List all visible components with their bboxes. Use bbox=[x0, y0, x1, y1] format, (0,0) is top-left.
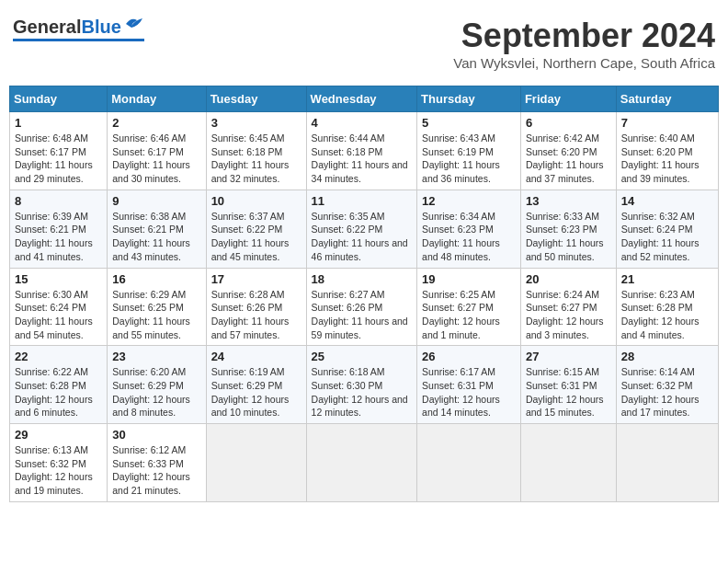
sunrise: Sunrise: 6:24 AM bbox=[526, 289, 599, 300]
daylight: Daylight: 12 hours and 14 minutes. bbox=[422, 394, 500, 419]
table-row: 26 Sunrise: 6:17 AM Sunset: 6:31 PM Dayl… bbox=[417, 346, 521, 424]
day-info: Sunrise: 6:14 AM Sunset: 6:32 PM Dayligh… bbox=[621, 365, 713, 419]
daylight: Daylight: 11 hours and 29 minutes. bbox=[15, 159, 93, 184]
daylight: Daylight: 12 hours and 17 minutes. bbox=[621, 394, 700, 419]
daylight: Daylight: 11 hours and 57 minutes. bbox=[211, 316, 290, 340]
sunset: Sunset: 6:31 PM bbox=[422, 380, 494, 391]
sunrise: Sunrise: 6:20 AM bbox=[112, 366, 186, 377]
day-number: 25 bbox=[312, 350, 413, 363]
daylight: Daylight: 12 hours and 10 minutes. bbox=[211, 394, 290, 419]
logo-underline bbox=[13, 39, 144, 41]
sunset: Sunset: 6:20 PM bbox=[621, 146, 693, 157]
sunrise: Sunrise: 6:45 AM bbox=[211, 132, 285, 144]
table-row bbox=[306, 424, 417, 502]
table-row: 29 Sunrise: 6:13 AM Sunset: 6:32 PM Dayl… bbox=[10, 424, 108, 502]
sunset: Sunset: 6:17 PM bbox=[15, 146, 86, 157]
day-info: Sunrise: 6:43 AM Sunset: 6:19 PM Dayligh… bbox=[422, 132, 516, 186]
sunrise: Sunrise: 6:42 AM bbox=[526, 132, 599, 144]
daylight: Daylight: 11 hours and 32 minutes. bbox=[211, 159, 290, 184]
daylight: Daylight: 11 hours and 30 minutes. bbox=[112, 159, 190, 184]
sunset: Sunset: 6:32 PM bbox=[621, 380, 693, 391]
daylight: Daylight: 12 hours and 21 minutes. bbox=[112, 471, 190, 496]
sunset: Sunset: 6:32 PM bbox=[15, 458, 86, 469]
table-row: 23 Sunrise: 6:20 AM Sunset: 6:29 PM Dayl… bbox=[108, 346, 206, 424]
daylight: Daylight: 11 hours and 48 minutes. bbox=[422, 237, 500, 262]
table-row: 18 Sunrise: 6:27 AM Sunset: 6:26 PM Dayl… bbox=[306, 268, 417, 346]
table-row: 22 Sunrise: 6:22 AM Sunset: 6:28 PM Dayl… bbox=[10, 346, 108, 424]
daylight: Daylight: 12 hours and 8 minutes. bbox=[112, 394, 190, 419]
table-row: 14 Sunrise: 6:32 AM Sunset: 6:24 PM Dayl… bbox=[616, 190, 718, 268]
sunrise: Sunrise: 6:30 AM bbox=[15, 289, 88, 300]
sunrise: Sunrise: 6:35 AM bbox=[312, 211, 385, 222]
daylight: Daylight: 11 hours and 54 minutes. bbox=[15, 316, 93, 340]
day-number: 6 bbox=[526, 116, 611, 130]
sunrise: Sunrise: 6:22 AM bbox=[15, 366, 88, 377]
day-number: 18 bbox=[312, 272, 413, 286]
col-thursday: Thursday bbox=[417, 86, 521, 112]
table-row bbox=[417, 424, 521, 502]
daylight: Daylight: 11 hours and 34 minutes. bbox=[312, 159, 408, 184]
day-number: 28 bbox=[621, 350, 713, 363]
sunrise: Sunrise: 6:19 AM bbox=[211, 366, 285, 377]
calendar-header: Sunday Monday Tuesday Wednesday Thursday… bbox=[10, 86, 719, 112]
table-row: 13 Sunrise: 6:33 AM Sunset: 6:23 PM Dayl… bbox=[520, 190, 616, 268]
sunrise: Sunrise: 6:39 AM bbox=[15, 211, 88, 222]
day-info: Sunrise: 6:23 AM Sunset: 6:28 PM Dayligh… bbox=[621, 288, 713, 342]
day-number: 2 bbox=[112, 116, 200, 130]
table-row: 10 Sunrise: 6:37 AM Sunset: 6:22 PM Dayl… bbox=[206, 190, 306, 268]
day-number: 8 bbox=[15, 194, 102, 208]
daylight: Daylight: 11 hours and 43 minutes. bbox=[112, 237, 190, 262]
day-number: 30 bbox=[112, 428, 200, 442]
sunrise: Sunrise: 6:17 AM bbox=[422, 366, 495, 377]
day-number: 22 bbox=[15, 350, 102, 363]
sunrise: Sunrise: 6:28 AM bbox=[211, 289, 285, 300]
daylight: Daylight: 11 hours and 50 minutes. bbox=[526, 237, 604, 262]
table-row: 15 Sunrise: 6:30 AM Sunset: 6:24 PM Dayl… bbox=[10, 268, 108, 346]
day-number: 9 bbox=[112, 194, 200, 208]
daylight: Daylight: 12 hours and 3 minutes. bbox=[526, 316, 604, 340]
sunrise: Sunrise: 6:13 AM bbox=[15, 444, 88, 455]
sunrise: Sunrise: 6:43 AM bbox=[422, 132, 495, 144]
logo-blue-text: Blue bbox=[81, 17, 120, 38]
day-info: Sunrise: 6:24 AM Sunset: 6:27 PM Dayligh… bbox=[526, 288, 611, 342]
day-number: 19 bbox=[422, 272, 516, 286]
sunrise: Sunrise: 6:44 AM bbox=[312, 132, 385, 144]
day-number: 5 bbox=[422, 116, 516, 130]
daylight: Daylight: 11 hours and 39 minutes. bbox=[621, 159, 700, 184]
daylight: Daylight: 12 hours and 12 minutes. bbox=[312, 394, 408, 419]
day-info: Sunrise: 6:12 AM Sunset: 6:33 PM Dayligh… bbox=[112, 443, 200, 498]
sunrise: Sunrise: 6:18 AM bbox=[312, 366, 385, 377]
col-monday: Monday bbox=[108, 86, 206, 112]
col-wednesday: Wednesday bbox=[306, 86, 417, 112]
day-number: 29 bbox=[15, 428, 102, 442]
sunset: Sunset: 6:29 PM bbox=[112, 380, 184, 391]
sunset: Sunset: 6:17 PM bbox=[112, 146, 184, 157]
table-row: 5 Sunrise: 6:43 AM Sunset: 6:19 PM Dayli… bbox=[417, 112, 521, 190]
sunrise: Sunrise: 6:14 AM bbox=[621, 366, 695, 377]
day-info: Sunrise: 6:46 AM Sunset: 6:17 PM Dayligh… bbox=[112, 132, 200, 186]
table-row: 25 Sunrise: 6:18 AM Sunset: 6:30 PM Dayl… bbox=[306, 346, 417, 424]
page-header: General Blue September 2024 Van Wyksvlei… bbox=[9, 9, 719, 78]
day-info: Sunrise: 6:32 AM Sunset: 6:24 PM Dayligh… bbox=[621, 210, 713, 264]
sunset: Sunset: 6:19 PM bbox=[422, 146, 494, 157]
day-number: 3 bbox=[211, 116, 301, 130]
daylight: Daylight: 11 hours and 45 minutes. bbox=[211, 237, 290, 262]
table-row: 17 Sunrise: 6:28 AM Sunset: 6:26 PM Dayl… bbox=[206, 268, 306, 346]
daylight: Daylight: 12 hours and 19 minutes. bbox=[15, 471, 93, 496]
sunset: Sunset: 6:28 PM bbox=[15, 380, 86, 391]
day-number: 17 bbox=[211, 272, 301, 286]
daylight: Daylight: 12 hours and 6 minutes. bbox=[15, 394, 93, 419]
table-row: 6 Sunrise: 6:42 AM Sunset: 6:20 PM Dayli… bbox=[520, 112, 616, 190]
day-info: Sunrise: 6:44 AM Sunset: 6:18 PM Dayligh… bbox=[312, 132, 413, 186]
sunrise: Sunrise: 6:25 AM bbox=[422, 289, 495, 300]
day-info: Sunrise: 6:28 AM Sunset: 6:26 PM Dayligh… bbox=[211, 288, 301, 342]
day-info: Sunrise: 6:48 AM Sunset: 6:17 PM Dayligh… bbox=[15, 132, 102, 186]
table-row: 12 Sunrise: 6:34 AM Sunset: 6:23 PM Dayl… bbox=[417, 190, 521, 268]
sunrise: Sunrise: 6:15 AM bbox=[526, 366, 599, 377]
sunset: Sunset: 6:30 PM bbox=[312, 380, 383, 391]
logo-bird-icon bbox=[124, 15, 144, 33]
table-row: 19 Sunrise: 6:25 AM Sunset: 6:27 PM Dayl… bbox=[417, 268, 521, 346]
day-info: Sunrise: 6:33 AM Sunset: 6:23 PM Dayligh… bbox=[526, 210, 611, 264]
col-tuesday: Tuesday bbox=[206, 86, 306, 112]
sunrise: Sunrise: 6:29 AM bbox=[112, 289, 186, 300]
